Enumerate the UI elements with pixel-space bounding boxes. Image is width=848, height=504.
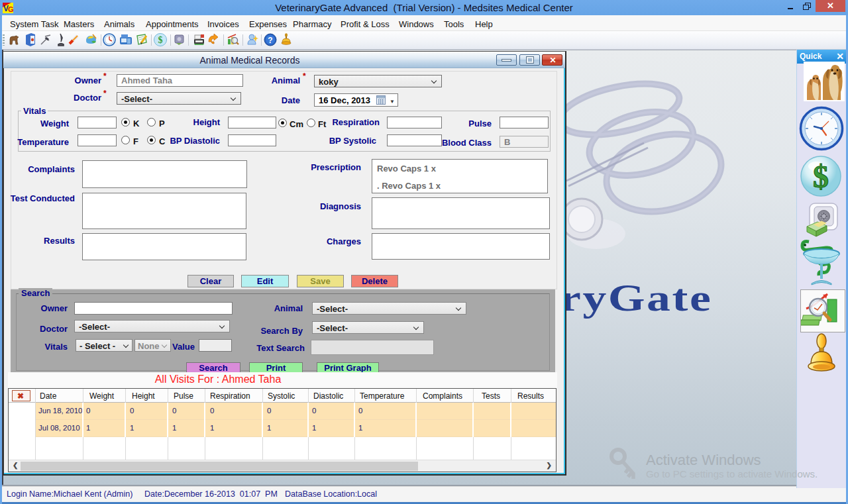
- svg-text:$: $: [158, 35, 163, 45]
- svg-text:$: $: [813, 159, 829, 194]
- svg-text:?: ?: [268, 36, 272, 45]
